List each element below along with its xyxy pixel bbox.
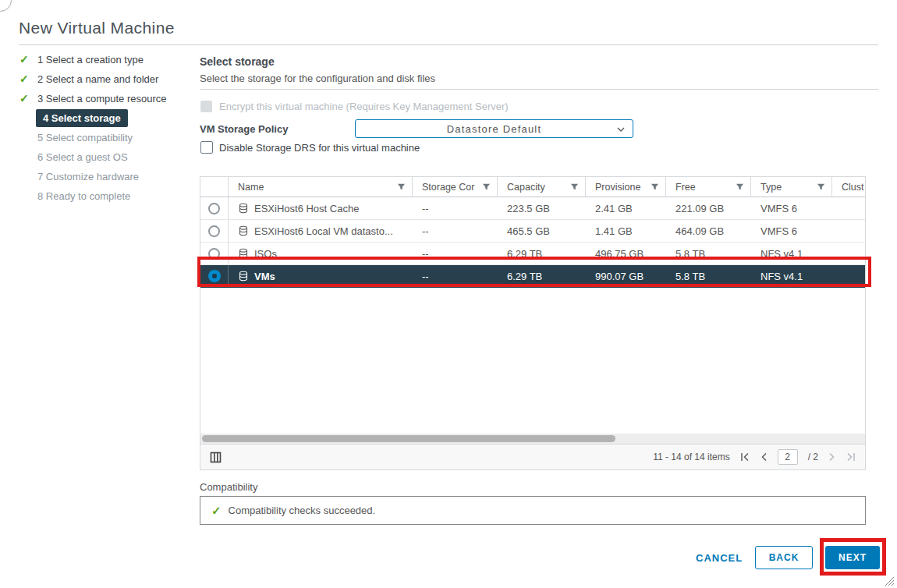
row-name-cell: ESXiHost6 Local VM datasto... [229,220,413,242]
step-complete-check-icon: ✓ [20,89,29,108]
row-storage-compat-cell: -- [413,265,498,287]
filter-icon[interactable] [817,182,825,191]
encrypt-vm-row: Encrypt this virtual machine (Requires K… [200,101,509,112]
datastore-name: ESXiHost6 Local VM datasto... [254,225,393,237]
row-type-cell: NFS v4.1 [751,265,832,287]
datastore-icon [238,248,249,259]
step-select-creation-type[interactable]: ✓ 1 Select a creation type [19,50,197,69]
last-page-icon[interactable] [846,452,856,462]
page-total-label: / 2 [808,452,818,462]
filter-icon[interactable] [651,182,659,191]
cancel-button[interactable]: CANCEL [691,551,747,565]
row-capacity-cell: 6.29 TB [498,265,586,287]
filter-icon[interactable] [736,182,744,191]
row-cluster-cell [832,243,865,264]
step-select-name-folder[interactable]: ✓ 2 Select a name and folder [19,69,197,89]
column-header-label: Type [760,182,782,193]
table-row-esxihost6-host-cache[interactable]: ESXiHost6 Host Cache -- 223.5 GB 2.41 GB… [200,197,865,220]
step-label: 3 Select a compute resource [37,93,166,104]
step-select-storage-active[interactable]: 4 Select storage [19,108,197,128]
row-cluster-cell [832,265,865,287]
vm-storage-policy-select[interactable]: Datastore Default [355,119,633,138]
next-page-icon[interactable] [828,452,835,462]
datastore-icon [238,271,249,282]
column-header-cluster[interactable]: Clust [832,177,865,197]
next-button[interactable]: NEXT [825,546,880,569]
column-header-provisioned[interactable]: Provisione [586,177,666,197]
datastore-name: ISOs [254,248,277,260]
table-row-isos[interactable]: ISOs -- 6.29 TB 496.75 GB 5.8 TB NFS v4.… [200,243,865,265]
row-provisioned-cell: 990.07 GB [586,265,666,287]
column-header-name[interactable]: Name [229,177,413,197]
step-complete-check-icon: ✓ [20,50,29,69]
success-check-icon: ✓ [211,504,222,518]
column-header-type[interactable]: Type [751,177,832,197]
row-radio-cell[interactable] [200,243,229,264]
row-type-cell: VMFS 6 [751,197,832,219]
column-header-label: Clust [842,182,863,193]
prev-page-icon[interactable] [760,452,768,462]
row-capacity-cell: 6.29 TB [498,243,586,264]
first-page-icon[interactable] [740,452,750,462]
step-ready-to-complete: 8 Ready to complete [19,186,197,206]
title-divider [19,44,878,45]
row-free-cell: 5.8 TB [666,265,751,287]
column-header-capacity[interactable]: Capacity [498,177,586,197]
row-radio-cell[interactable] [200,197,229,219]
row-free-cell: 221.09 GB [666,197,751,219]
column-header-label: Free [675,182,696,193]
table-row-vms-selected[interactable]: VMs -- 6.29 TB 990.07 GB 5.8 TB NFS v4.1 [200,265,865,288]
step-select-compute-resource[interactable]: ✓ 3 Select a compute resource [19,89,197,108]
table-footer: 11 - 14 of 14 items / 2 [200,444,865,469]
datastore-icon [238,203,249,214]
radio-unselected[interactable] [208,248,220,260]
row-cluster-cell [832,220,865,242]
row-storage-compat-cell: -- [413,197,498,219]
table-empty-area [200,288,865,434]
step-label: 7 Customize hardware [37,171,139,182]
column-header-label: Name [238,182,264,193]
compatibility-result-box: ✓ Compatibility checks succeeded. [200,496,866,525]
step-label: 8 Ready to complete [37,190,130,202]
row-storage-compat-cell: -- [413,243,498,264]
horizontal-scrollbar-thumb[interactable] [202,435,615,442]
step-label: 2 Select a name and folder [37,73,158,85]
column-chooser-icon[interactable] [210,452,222,463]
filter-icon[interactable] [397,182,406,191]
encrypt-vm-checkbox-disabled [200,101,212,112]
resize-grip-icon[interactable] [884,576,895,586]
step-label: 5 Select compatibility [37,132,133,143]
disable-drs-checkbox[interactable] [200,141,213,154]
header-divider [200,89,878,90]
page-title: Select storage [200,55,275,68]
datastore-name: VMs [254,271,275,282]
disable-drs-row[interactable]: Disable Storage DRS for this virtual mac… [200,141,420,154]
column-header-label: Provisione [595,182,640,193]
row-radio-cell[interactable] [200,220,229,242]
radio-unselected[interactable] [208,203,220,214]
back-button[interactable]: BACK [755,546,813,569]
row-cluster-cell [832,197,865,219]
vm-storage-policy-value: Datastore Default [447,123,542,135]
column-header-label: Storage Cor [422,182,474,193]
table-row-esxihost6-local-vm-datastore[interactable]: ESXiHost6 Local VM datasto... -- 465.5 G… [200,220,865,243]
row-provisioned-cell: 1.41 GB [586,220,666,242]
horizontal-scrollbar[interactable] [200,434,865,444]
column-header-storage-compatibility[interactable]: Storage Cor [413,177,498,197]
wizard-steps-sidebar: ✓ 1 Select a creation type ✓ 2 Select a … [19,50,197,206]
vm-storage-policy-label: VM Storage Policy [200,123,288,135]
step-customize-hardware: 7 Customize hardware [19,167,197,186]
column-header-label: Capacity [507,182,545,193]
column-header-free[interactable]: Free [666,177,751,197]
datastore-name: ESXiHost6 Host Cache [254,203,359,214]
row-radio-cell[interactable] [200,265,229,287]
page-number-input[interactable] [778,449,798,465]
filter-icon[interactable] [570,182,579,191]
radio-unselected[interactable] [208,225,220,237]
active-step-label: 4 Select storage [36,109,128,127]
datastore-table: Name Storage Cor Capacity Provisione Fre… [200,176,866,470]
table-header-row: Name Storage Cor Capacity Provisione Fre… [200,177,865,197]
filter-icon[interactable] [482,182,491,191]
radio-selected[interactable] [208,270,221,282]
dialog-title: New Virtual Machine [19,19,175,37]
